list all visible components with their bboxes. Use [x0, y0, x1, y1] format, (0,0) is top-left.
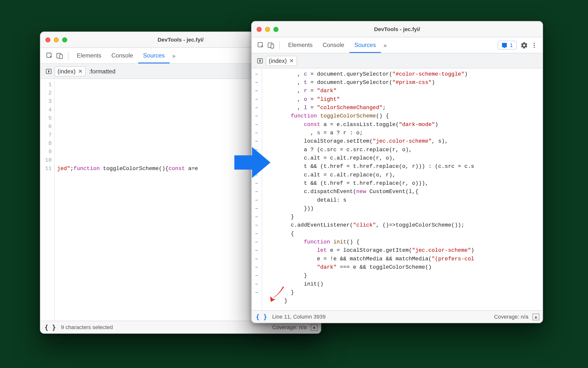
divider [68, 51, 69, 60]
tab-sources[interactable]: Sources [349, 37, 381, 53]
navigator-toggle-icon[interactable] [255, 56, 265, 66]
panel-tabs: Elements Console Sources [72, 48, 170, 63]
pretty-print-button[interactable]: { } [255, 313, 268, 321]
inspect-icon[interactable] [256, 40, 266, 50]
traffic-lights [45, 37, 67, 42]
cursor-position: Line 11, Column 3939 [272, 314, 326, 320]
close-icon[interactable]: ✕ [289, 58, 294, 64]
sources-file-bar: (index) ✕ [252, 53, 543, 69]
svg-rect-6 [271, 44, 274, 48]
svg-point-9 [534, 46, 535, 48]
window-title: DevTools - jec.fyi/ [252, 26, 543, 32]
svg-point-7 [534, 43, 535, 44]
annotation-arrow-right [234, 146, 271, 181]
zoom-window-button[interactable] [273, 27, 279, 32]
zoom-window-button[interactable] [62, 37, 67, 42]
issues-button[interactable]: 1 [498, 41, 517, 49]
coverage-label: Coverage: n/a [494, 314, 528, 320]
close-window-button[interactable] [45, 37, 50, 42]
tab-sources[interactable]: Sources [138, 48, 170, 63]
code-editor[interactable]: – – – – – – – – – – – – – – – – – – – – … [252, 69, 543, 310]
file-tab-formatted[interactable]: :formatted [86, 67, 118, 76]
kebab-menu-icon[interactable] [529, 40, 539, 50]
minimize-window-button[interactable] [265, 27, 270, 32]
file-tab-index[interactable]: (index) ✕ [266, 56, 297, 66]
main-toolbar: Elements Console Sources » 1 [252, 37, 543, 53]
device-toggle-icon[interactable] [55, 51, 65, 61]
more-tabs-icon[interactable]: » [170, 52, 178, 59]
drawer-toggle-icon[interactable]: ▲ [533, 313, 539, 320]
divider [279, 41, 280, 49]
close-icon[interactable]: ✕ [78, 68, 83, 74]
tab-elements[interactable]: Elements [72, 48, 106, 63]
issues-icon [501, 42, 507, 48]
annotation-arrow-pointer [269, 286, 285, 304]
svg-point-8 [534, 45, 535, 46]
status-message: 9 characters selected [61, 324, 113, 331]
drawer-toggle-icon[interactable]: ▲ [311, 324, 318, 331]
titlebar[interactable]: DevTools - jec.fyi/ [252, 22, 543, 37]
tab-elements[interactable]: Elements [283, 37, 318, 53]
status-bar: { } Line 11, Column 3939 Coverage: n/a ▲ [252, 310, 543, 323]
panel-tabs: Elements Console Sources [283, 37, 381, 53]
settings-icon[interactable] [519, 40, 529, 50]
code-content[interactable]: , c = document.querySelector("#color-sch… [262, 69, 542, 310]
traffic-lights [257, 27, 278, 32]
svg-rect-2 [60, 54, 63, 58]
file-tab-label: (index) [58, 68, 75, 74]
minimize-window-button[interactable] [54, 37, 59, 42]
inspect-icon[interactable] [45, 51, 55, 61]
close-window-button[interactable] [257, 27, 262, 32]
issues-count: 1 [510, 42, 513, 48]
pretty-print-button[interactable]: { } [44, 323, 57, 331]
line-number-gutter: 1 2 3 4 5 6 7 8 9 10 11 [40, 79, 55, 321]
file-tab-label: (index) [269, 57, 287, 64]
line-number-gutter: – – – – – – – – – – – – – – – – – – – – … [252, 69, 262, 310]
tab-console[interactable]: Console [106, 48, 138, 63]
more-tabs-icon[interactable]: » [381, 42, 389, 48]
coverage-label: Coverage: n/a [272, 324, 306, 331]
navigator-toggle-icon[interactable] [44, 66, 54, 76]
tab-console[interactable]: Console [318, 37, 349, 53]
file-tab-index[interactable]: (index) ✕ [55, 66, 86, 76]
device-toggle-icon[interactable] [266, 40, 276, 50]
devtools-window-right: DevTools - jec.fyi/ Elements Console Sou… [251, 21, 543, 323]
